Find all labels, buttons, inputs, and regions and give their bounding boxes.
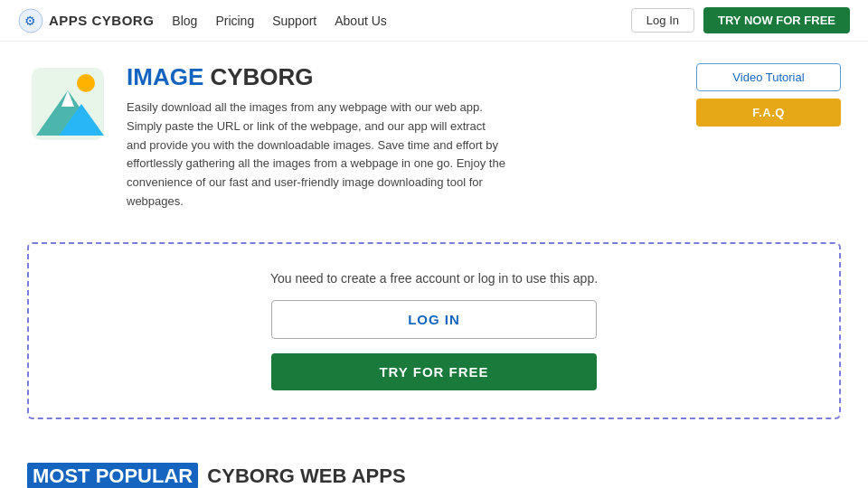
most-popular-rest: CYBORG WEB APPS: [202, 465, 405, 487]
nav-links: Blog Pricing Support About Us: [172, 14, 612, 28]
most-popular-highlight: MOST POPULAR: [27, 463, 198, 488]
svg-point-3: [77, 74, 95, 92]
hero-image-wrap: [27, 63, 108, 147]
faq-button[interactable]: F.A.Q: [696, 99, 841, 127]
brand-name: APPS CYBORG: [49, 13, 154, 28]
video-tutorial-button[interactable]: Video Tutorial: [696, 63, 841, 91]
cta-box: You need to create a free account or log…: [27, 242, 841, 419]
logo-icon: ⚙: [18, 8, 43, 33]
hero-title-blue: IMAGE: [127, 63, 203, 90]
svg-text:⚙: ⚙: [24, 14, 36, 28]
nav-about[interactable]: About Us: [335, 14, 387, 28]
nav-blog[interactable]: Blog: [172, 14, 197, 28]
cta-message: You need to create a free account or log…: [270, 271, 598, 286]
hero-buttons: Video Tutorial F.A.Q: [696, 63, 841, 127]
hero-description: Easily download all the images from any …: [127, 99, 506, 211]
nav-try-now-button[interactable]: TRY NOW FOR FREE: [703, 7, 850, 33]
hero-content: IMAGE CYBORG Easily download all the ima…: [127, 63, 678, 211]
hero-title-rest: CYBORG: [203, 63, 313, 90]
most-popular-section: MOST POPULAR CYBORG WEB APPS ▶ VIDEO CYB…: [0, 446, 868, 488]
try-free-button[interactable]: TRY FOR FREE: [271, 353, 597, 390]
most-popular-title: MOST POPULAR CYBORG WEB APPS: [27, 465, 841, 488]
hero-section: IMAGE CYBORG Easily download all the ima…: [0, 42, 868, 233]
navigation: ⚙ APPS CYBORG Blog Pricing Support About…: [0, 0, 868, 42]
hero-image-icon: [27, 63, 108, 145]
hero-title: IMAGE CYBORG: [127, 63, 678, 91]
nav-pricing[interactable]: Pricing: [215, 14, 254, 28]
nav-support[interactable]: Support: [272, 14, 316, 28]
nav-logo[interactable]: ⚙ APPS CYBORG: [18, 8, 154, 33]
login-button[interactable]: LOG IN: [271, 300, 597, 339]
nav-login-button[interactable]: Log In: [631, 8, 694, 33]
nav-right: Log In TRY NOW FOR FREE: [631, 7, 850, 33]
